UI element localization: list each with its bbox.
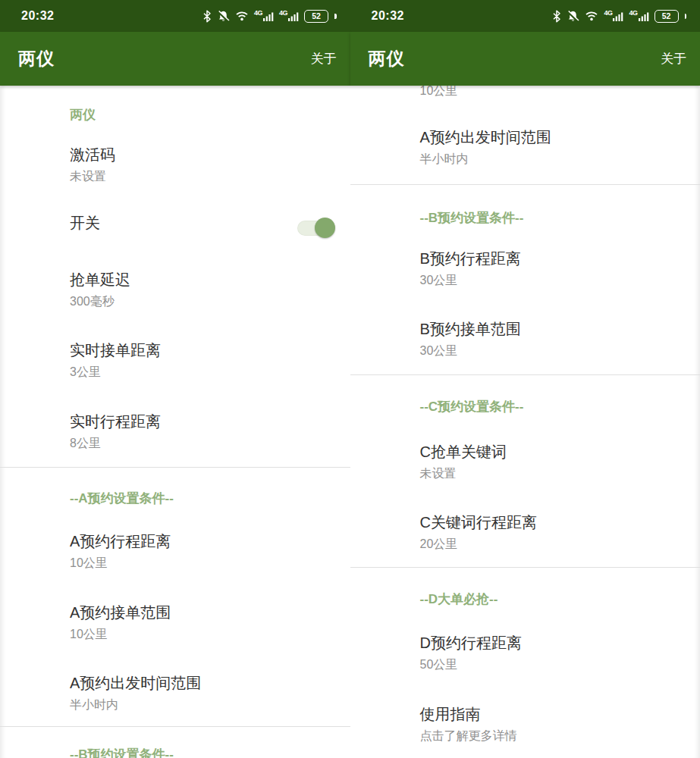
bell-off-icon (567, 10, 579, 23)
app-title: 两仪 (18, 47, 55, 70)
pref-value-cutoff: 10公里 (420, 86, 458, 98)
pref-value: 10公里 (70, 627, 337, 641)
pref-value: 未设置 (420, 466, 687, 481)
pref-value: 半小时内 (420, 152, 687, 166)
pref-grab-delay[interactable]: 抢单延迟 300毫秒 (70, 271, 337, 309)
about-button[interactable]: 关于 (661, 50, 686, 67)
4g-signal-icon: 4G (629, 11, 648, 21)
pref-title: D预约行程距离 (420, 634, 687, 652)
pref-title: 实时接单距离 (70, 342, 337, 359)
settings-list-right: 10公里 A预约出发时间范围 半小时内 --B预约设置条件-- B预约行程距离 … (350, 86, 700, 758)
status-bar: 20:32 4G 4G 52 (0, 0, 350, 32)
pref-activation-code[interactable]: 激活码 未设置 (70, 146, 337, 183)
pref-value: 20公里 (420, 537, 687, 551)
pref-title: C关键词行程距离 (420, 514, 687, 531)
battery-icon: 52 (654, 10, 679, 23)
section-header-c: --C预约设置条件-- (420, 399, 524, 414)
status-time: 20:32 (372, 9, 404, 23)
pref-a-departure-window[interactable]: A预约出发时间范围 半小时内 (420, 129, 687, 166)
pref-title: B预约接单范围 (420, 321, 687, 338)
section-header-d: --D大单必抢-- (420, 592, 498, 606)
pref-title: A预约行程距离 (70, 533, 337, 550)
pref-a-departure-window[interactable]: A预约出发时间范围 半小时内 (70, 675, 337, 712)
pref-title: B预约行程距离 (420, 250, 687, 268)
4g-signal-icon: 4G (279, 11, 299, 21)
bluetooth-icon (202, 10, 212, 23)
pref-title: 实时行程距离 (70, 413, 337, 431)
pref-c-grab-keywords[interactable]: C抢单关键词 未设置 (420, 443, 687, 481)
pref-title: 激活码 (70, 146, 337, 164)
bluetooth-icon (552, 10, 561, 23)
battery-icon: 52 (304, 10, 328, 23)
pref-value: 10公里 (70, 556, 337, 570)
section-header-a: --A预约设置条件-- (70, 491, 174, 506)
4g-signal-icon: 4G (604, 11, 623, 21)
pref-value: 未设置 (70, 169, 337, 183)
pref-value: 30公里 (420, 343, 687, 358)
section-header-b-cutoff: --B预约设置条件-- (70, 747, 174, 758)
dual-screenshot-wrap: 20:32 4G 4G 52 两仪 关于 两仪 (0, 0, 700, 758)
status-time: 20:32 (21, 9, 54, 23)
pref-title: 使用指南 (420, 706, 687, 723)
toggle-thumb (315, 218, 335, 238)
wifi-icon (235, 11, 249, 21)
pref-value: 3公里 (70, 365, 337, 379)
pref-realtime-trip-distance[interactable]: 实时行程距离 8公里 (70, 413, 337, 450)
pref-value: 300毫秒 (70, 294, 337, 309)
settings-list-left: 两仪 激活码 未设置 开关 抢单延迟 300毫秒 实时接单距离 3公里 (0, 86, 350, 758)
pref-c-keyword-trip-distance[interactable]: C关键词行程距离 20公里 (420, 514, 687, 551)
pref-b-trip-distance[interactable]: B预约行程距离 30公里 (420, 250, 687, 287)
pref-user-guide[interactable]: 使用指南 点击了解更多详情 (420, 706, 687, 743)
status-icons: 4G 4G 52 (552, 10, 686, 23)
section-header: 两仪 (70, 108, 96, 122)
app-bar: 两仪 关于 (0, 32, 350, 86)
battery-nub (685, 14, 687, 19)
battery-percent: 52 (312, 11, 321, 20)
section-header-b: --B预约设置条件-- (420, 211, 524, 225)
bell-off-icon (217, 10, 230, 23)
pref-value: 30公里 (420, 273, 687, 287)
screen-right: 20:32 4G 4G 52 两仪 关于 10公里 (350, 0, 700, 758)
pref-title: 抢单延迟 (70, 271, 337, 289)
pref-b-pickup-range[interactable]: B预约接单范围 30公里 (420, 321, 687, 358)
pref-a-trip-distance[interactable]: A预约行程距离 10公里 (70, 533, 337, 570)
divider (0, 726, 350, 727)
pref-title: A预约出发时间范围 (70, 675, 337, 692)
pref-value: 8公里 (70, 436, 337, 450)
pref-a-pickup-range[interactable]: A预约接单范围 10公里 (70, 604, 337, 641)
screen-left: 20:32 4G 4G 52 两仪 关于 两仪 (0, 0, 350, 758)
divider (350, 184, 700, 185)
wifi-icon (585, 11, 598, 21)
pref-title: A预约出发时间范围 (420, 129, 687, 146)
app-title: 两仪 (369, 47, 405, 70)
toggle-switch-on[interactable] (297, 221, 332, 236)
pref-value: 点击了解更多详情 (420, 728, 687, 743)
about-button[interactable]: 关于 (311, 50, 337, 67)
battery-percent: 52 (662, 11, 671, 20)
battery-nub (334, 14, 337, 19)
pref-value: 半小时内 (70, 697, 337, 712)
divider (0, 467, 350, 468)
pref-realtime-pickup-distance[interactable]: 实时接单距离 3公里 (70, 342, 337, 379)
pref-title: A预约接单范围 (70, 604, 337, 622)
divider (350, 567, 700, 568)
status-bar: 20:32 4G 4G 52 (350, 0, 700, 32)
pref-value: 50公里 (420, 657, 687, 672)
4g-signal-icon: 4G (254, 11, 274, 21)
app-bar: 两仪 关于 (350, 32, 700, 86)
status-icons: 4G 4G 52 (202, 10, 337, 23)
pref-d-trip-distance[interactable]: D预约行程距离 50公里 (420, 634, 687, 672)
divider (350, 374, 700, 375)
pref-title: C抢单关键词 (420, 443, 687, 461)
